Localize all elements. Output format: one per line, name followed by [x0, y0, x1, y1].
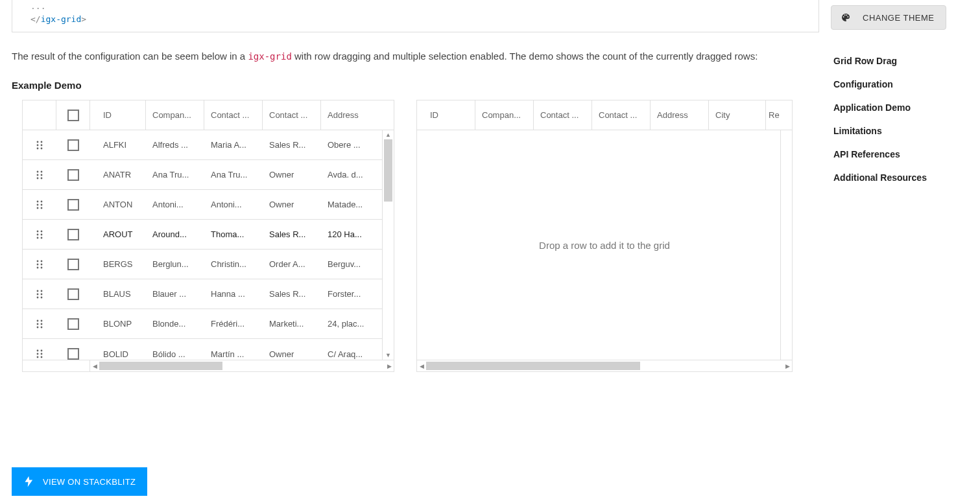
cell-company[interactable]: Around... [146, 220, 204, 249]
horizontal-scroll-thumb[interactable] [426, 362, 640, 370]
table-row[interactable]: ANTONAntoni...Antoni...OwnerMatade... [23, 190, 382, 220]
cell-contact-name[interactable]: Hanna ... [204, 279, 263, 309]
cell-address[interactable]: Obere ... [321, 130, 379, 159]
sidebar-link[interactable]: Limitations [831, 119, 970, 143]
cell-company[interactable]: Bólido ... [146, 339, 204, 360]
scroll-right-arrow-icon[interactable]: ▶ [783, 360, 792, 371]
table-row[interactable]: ANATRAna Tru...Ana Tru...OwnerAvda. d... [23, 160, 382, 190]
vertical-scrollbar[interactable]: ▲ ▼ [382, 130, 394, 360]
cell-contact-name[interactable]: Thoma... [204, 220, 263, 249]
sidebar-link[interactable]: Grid Row Drag [831, 49, 970, 73]
cell-id[interactable]: ALFKI [90, 130, 146, 159]
view-on-stackblitz-button[interactable]: VIEW ON STACKBLITZ [12, 467, 147, 496]
header-address[interactable]: Address [651, 100, 709, 130]
header-contact-title[interactable]: Contact ... [592, 100, 651, 130]
source-grid[interactable]: ID Compan... Contact ... Contact ... Add… [22, 100, 394, 372]
scroll-down-arrow-icon[interactable]: ▼ [383, 351, 394, 360]
drag-handle[interactable] [23, 160, 56, 189]
table-row[interactable]: BLAUSBlauer ...Hanna ...Sales R...Forste… [23, 279, 382, 309]
table-row[interactable]: BLONPBlonde...Frédéri...Marketi...24, pl… [23, 309, 382, 339]
row-checkbox[interactable] [56, 130, 90, 159]
cell-contact-title[interactable]: Marketi... [263, 309, 321, 338]
cell-company[interactable]: Blonde... [146, 309, 204, 338]
row-checkbox[interactable] [56, 309, 90, 338]
cell-id[interactable]: ANTON [90, 190, 146, 219]
cell-contact-title[interactable]: Sales R... [263, 279, 321, 309]
cell-id[interactable]: BLONP [90, 309, 146, 338]
header-city[interactable]: City [709, 100, 766, 130]
cell-contact-title[interactable]: Sales R... [263, 220, 321, 249]
cell-contact-name[interactable]: Martín ... [204, 339, 263, 360]
row-checkbox[interactable] [56, 339, 90, 360]
cell-contact-title[interactable]: Sales R... [263, 130, 321, 159]
cell-company[interactable]: Blauer ... [146, 279, 204, 309]
change-theme-button[interactable]: CHANGE THEME [831, 5, 946, 30]
scroll-left-arrow-icon[interactable]: ◀ [417, 360, 426, 371]
header-select-all-checkbox[interactable] [56, 100, 90, 130]
cell-address[interactable]: 120 Ha... [321, 220, 379, 249]
header-id[interactable]: ID [417, 100, 475, 130]
target-grid[interactable]: ID Compan... Contact ... Contact ... Add… [416, 100, 793, 372]
row-checkbox[interactable] [56, 279, 90, 309]
row-checkbox[interactable] [56, 220, 90, 249]
cell-company[interactable]: Antoni... [146, 190, 204, 219]
sidebar-link[interactable]: Configuration [831, 73, 970, 96]
header-address[interactable]: Address [321, 100, 379, 130]
cell-contact-title[interactable]: Owner [263, 160, 321, 189]
scroll-left-arrow-icon[interactable]: ◀ [90, 360, 99, 371]
table-row[interactable]: BOLIDBólido ...Martín ...OwnerC/ Araq... [23, 339, 382, 360]
cell-address[interactable]: C/ Araq... [321, 339, 379, 360]
cell-id[interactable]: AROUT [90, 220, 146, 249]
header-contact-title[interactable]: Contact ... [263, 100, 321, 130]
vertical-scrollbar[interactable] [780, 130, 792, 360]
drag-handle[interactable] [23, 309, 56, 338]
drag-handle[interactable] [23, 130, 56, 159]
drag-handle[interactable] [23, 220, 56, 249]
cell-company[interactable]: Berglun... [146, 250, 204, 279]
drag-handle[interactable] [23, 279, 56, 309]
drag-handle[interactable] [23, 339, 56, 360]
cell-contact-name[interactable]: Christin... [204, 250, 263, 279]
header-company[interactable]: Compan... [146, 100, 204, 130]
horizontal-scrollbar[interactable]: ◀ ▶ [90, 360, 394, 371]
cell-id[interactable]: BLAUS [90, 279, 146, 309]
cell-address[interactable]: Avda. d... [321, 160, 379, 189]
scroll-up-arrow-icon[interactable]: ▲ [383, 130, 394, 139]
cell-address[interactable]: Berguv... [321, 250, 379, 279]
cell-contact-name[interactable]: Ana Tru... [204, 160, 263, 189]
row-checkbox[interactable] [56, 190, 90, 219]
cell-company[interactable]: Alfreds ... [146, 130, 204, 159]
table-row[interactable]: BERGSBerglun...Christin...Order A...Berg… [23, 250, 382, 279]
horizontal-scroll-thumb[interactable] [99, 362, 222, 370]
cell-address[interactable]: Matade... [321, 190, 379, 219]
header-company[interactable]: Compan... [475, 100, 534, 130]
cell-contact-name[interactable]: Antoni... [204, 190, 263, 219]
header-id[interactable]: ID [90, 100, 146, 130]
cell-contact-title[interactable]: Owner [263, 339, 321, 360]
table-row[interactable]: AROUTAround...Thoma...Sales R...120 Ha..… [23, 220, 382, 250]
vertical-scroll-thumb[interactable] [384, 139, 392, 202]
cell-contact-name[interactable]: Frédéri... [204, 309, 263, 338]
drag-handle[interactable] [23, 250, 56, 279]
cell-company[interactable]: Ana Tru... [146, 160, 204, 189]
cell-address[interactable]: Forster... [321, 279, 379, 309]
cell-id[interactable]: ANATR [90, 160, 146, 189]
row-checkbox[interactable] [56, 160, 90, 189]
scroll-right-arrow-icon[interactable]: ▶ [385, 360, 394, 371]
table-row[interactable]: ALFKIAlfreds ...Maria A...Sales R...Ober… [23, 130, 382, 160]
cell-id[interactable]: BERGS [90, 250, 146, 279]
cell-contact-title[interactable]: Owner [263, 190, 321, 219]
drag-handle[interactable] [23, 190, 56, 219]
header-contact-name[interactable]: Contact ... [534, 100, 592, 130]
sidebar-link[interactable]: API References [831, 143, 970, 166]
cell-address[interactable]: 24, plac... [321, 309, 379, 338]
row-checkbox[interactable] [56, 250, 90, 279]
cell-contact-name[interactable]: Maria A... [204, 130, 263, 159]
sidebar-link[interactable]: Application Demo [831, 96, 970, 119]
header-region[interactable]: Re [766, 100, 784, 130]
header-contact-name[interactable]: Contact ... [204, 100, 263, 130]
cell-id[interactable]: BOLID [90, 339, 146, 360]
horizontal-scrollbar[interactable]: ◀ ▶ [417, 360, 792, 371]
cell-contact-title[interactable]: Order A... [263, 250, 321, 279]
sidebar-link[interactable]: Additional Resources [831, 166, 970, 189]
